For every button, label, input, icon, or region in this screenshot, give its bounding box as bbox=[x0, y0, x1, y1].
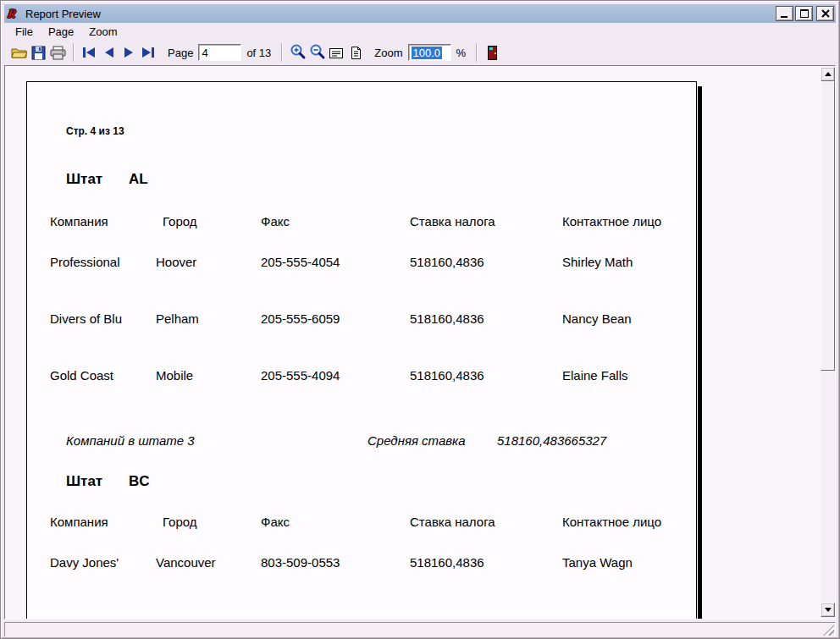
zoom-label: Zoom bbox=[374, 47, 402, 59]
maximize-icon bbox=[800, 9, 809, 18]
minimize-button[interactable] bbox=[776, 6, 793, 21]
cell-taxrate: 518160,4836 bbox=[410, 311, 484, 326]
close-icon bbox=[821, 9, 830, 18]
state-label: Штат bbox=[66, 171, 102, 188]
arrow-up-icon bbox=[825, 72, 832, 76]
toolbar-separator bbox=[73, 43, 75, 62]
page-number-input[interactable] bbox=[198, 44, 241, 61]
next-page-icon bbox=[123, 47, 135, 58]
save-floppy-icon bbox=[31, 46, 46, 60]
maximize-button[interactable] bbox=[795, 6, 813, 21]
cell-fax: 205-555-4094 bbox=[261, 368, 340, 383]
print-button[interactable] bbox=[48, 42, 68, 63]
cell-company: Gold Coast bbox=[50, 368, 113, 383]
page-number-header: Стр. 4 из 13 bbox=[66, 125, 124, 137]
toolbar-separator bbox=[281, 43, 283, 62]
close-button[interactable] bbox=[816, 6, 834, 21]
cell-city: Hoover bbox=[156, 255, 196, 269]
zoom-in-icon bbox=[290, 44, 307, 61]
cell-contact: Tanya Wagn bbox=[562, 555, 633, 570]
whole-page-icon bbox=[350, 46, 362, 60]
prev-page-icon bbox=[103, 47, 115, 58]
summary-average-label: Средняя ставка bbox=[368, 433, 466, 448]
page-label: Page bbox=[168, 47, 193, 59]
last-page-button[interactable] bbox=[138, 42, 158, 63]
window-title: Report Preview bbox=[25, 8, 101, 20]
cell-contact: Shirley Math bbox=[562, 255, 633, 269]
toolbar-separator bbox=[476, 43, 478, 62]
cell-city: Vancouver bbox=[156, 555, 216, 570]
cell-company: Divers of Blu bbox=[50, 311, 122, 326]
cell-contact: Elaine Falls bbox=[562, 368, 628, 383]
printer-icon bbox=[50, 46, 66, 60]
minimize-icon bbox=[781, 10, 788, 18]
cell-taxrate: 518160,4836 bbox=[410, 368, 484, 383]
toolbar: Page of 13 bbox=[4, 40, 836, 65]
cell-taxrate: 518160,4836 bbox=[410, 255, 484, 269]
fit-width-icon bbox=[329, 47, 345, 59]
column-header-fax: Факс bbox=[261, 214, 290, 229]
first-page-button[interactable] bbox=[80, 42, 99, 63]
menu-bar: File Page Zoom bbox=[4, 23, 836, 40]
cell-fax: 803-509-0553 bbox=[261, 555, 340, 570]
fit-width-button[interactable] bbox=[327, 42, 346, 63]
title-bar[interactable]: R Report Preview bbox=[4, 4, 836, 23]
page-count-label: of 13 bbox=[246, 47, 271, 59]
cell-city: Mobile bbox=[156, 368, 193, 383]
next-page-button[interactable] bbox=[119, 42, 138, 63]
cell-contact: Nancy Bean bbox=[562, 311, 632, 326]
state-label: Штат bbox=[66, 473, 102, 490]
window-controls bbox=[776, 6, 834, 21]
whole-page-button[interactable] bbox=[346, 42, 366, 63]
zoom-out-button[interactable] bbox=[307, 42, 327, 63]
state-value: BC bbox=[129, 473, 150, 490]
exit-door-icon bbox=[486, 45, 499, 61]
summary-company-count: Компаний в штате 3 bbox=[66, 433, 195, 448]
cell-company: Professional bbox=[50, 255, 120, 269]
column-header-fax: Факс bbox=[261, 515, 290, 529]
arrow-down-icon bbox=[825, 608, 832, 612]
save-button[interactable] bbox=[29, 42, 48, 63]
percent-label: % bbox=[456, 47, 467, 59]
cell-city: Pelham bbox=[156, 311, 199, 326]
cell-company: Davy Jones' bbox=[50, 555, 119, 570]
menu-zoom[interactable]: Zoom bbox=[81, 24, 124, 40]
column-header-taxrate: Ставка налога bbox=[410, 214, 495, 229]
exit-button[interactable] bbox=[483, 42, 502, 63]
scroll-up-button[interactable] bbox=[821, 67, 835, 81]
preview-area: Стр. 4 из 13 Штат AL Компания Город Факс… bbox=[4, 65, 836, 620]
prev-page-button[interactable] bbox=[99, 42, 119, 63]
vertical-scrollbar[interactable] bbox=[821, 66, 835, 619]
column-header-contact: Контактное лицо bbox=[562, 515, 661, 529]
first-page-icon bbox=[82, 47, 97, 58]
column-header-contact: Контактное лицо bbox=[562, 214, 661, 229]
column-header-company: Компания bbox=[50, 515, 108, 529]
scrollbar-thumb[interactable] bbox=[821, 81, 835, 371]
cell-fax: 205-555-4054 bbox=[261, 255, 340, 269]
resize-grip[interactable] bbox=[823, 625, 834, 636]
last-page-icon bbox=[141, 47, 155, 58]
cell-fax: 205-555-6059 bbox=[261, 311, 340, 326]
zoom-value-selected: 100.0 bbox=[412, 47, 443, 59]
zoom-input[interactable]: 100.0 bbox=[408, 44, 451, 61]
column-header-taxrate: Ставка налога bbox=[410, 515, 495, 529]
menu-page[interactable]: Page bbox=[41, 24, 81, 40]
zoom-in-button[interactable] bbox=[288, 42, 307, 63]
column-header-city: Город bbox=[163, 214, 197, 229]
column-header-company: Компания bbox=[50, 214, 108, 229]
state-value: AL bbox=[129, 171, 148, 188]
column-header-city: Город bbox=[163, 515, 197, 529]
page-shadow bbox=[698, 86, 702, 620]
report-preview-window: R Report Preview File Page Zoom bbox=[0, 0, 840, 639]
cell-taxrate: 518160,4836 bbox=[410, 555, 484, 570]
report-page: Стр. 4 из 13 Штат AL Компания Город Факс… bbox=[26, 81, 697, 620]
summary-average-value: 518160,483665327 bbox=[497, 433, 606, 448]
menu-file[interactable]: File bbox=[8, 24, 41, 40]
open-folder-icon bbox=[11, 46, 28, 59]
open-button[interactable] bbox=[9, 42, 29, 63]
scroll-down-button[interactable] bbox=[821, 603, 835, 617]
app-icon: R bbox=[7, 7, 24, 21]
zoom-out-icon bbox=[309, 44, 326, 61]
status-bar bbox=[4, 622, 836, 636]
